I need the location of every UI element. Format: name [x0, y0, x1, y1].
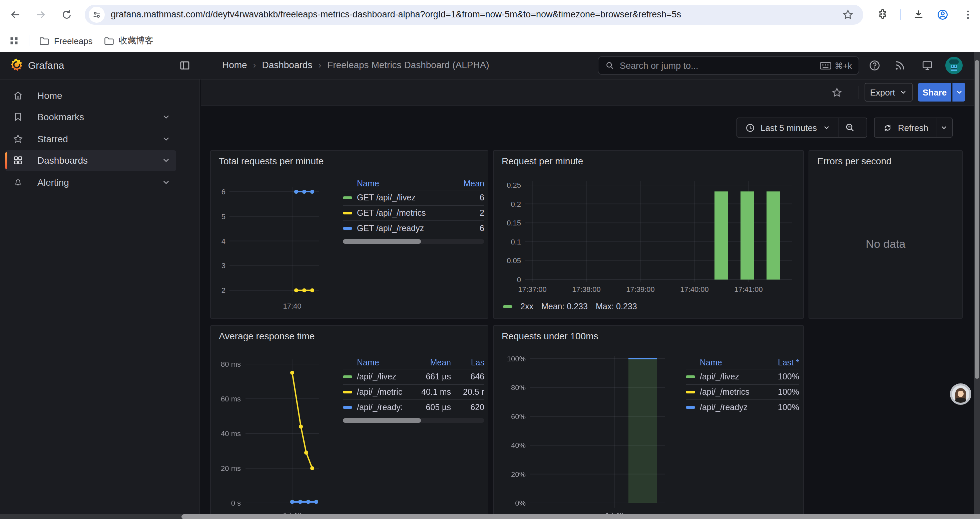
legend-series-name: /api/_/readyz	[700, 403, 757, 412]
legend-col-name: Name	[700, 358, 757, 367]
reload-icon[interactable]	[61, 9, 73, 21]
bookmark-folder[interactable]: Freeleaps	[35, 34, 97, 48]
sidebar-item-alerting[interactable]: Alerting	[5, 172, 176, 192]
legend-swatch	[686, 375, 695, 378]
refresh-button[interactable]: Refresh	[875, 118, 936, 137]
rss-icon[interactable]	[894, 59, 906, 72]
grafana-brand[interactable]: Grafana	[28, 59, 64, 71]
bookmark-folder[interactable]: 收藏博客	[100, 34, 158, 48]
svg-text:100%: 100%	[507, 355, 526, 363]
chevron-down-icon	[161, 156, 171, 165]
zoom-out-button[interactable]	[839, 118, 861, 137]
legend-inline[interactable]: 2xxMean: 0.233Max: 0.233	[503, 302, 637, 311]
legend-scrollbar-thumb[interactable]	[343, 418, 421, 423]
user-avatar[interactable]	[945, 57, 963, 74]
favorite-star-icon[interactable]	[831, 87, 843, 98]
grafana-logo-icon[interactable]	[10, 58, 23, 72]
chevron-down-icon	[899, 88, 907, 96]
profile-icon[interactable]	[937, 9, 949, 21]
share-dropdown-button[interactable]	[952, 83, 965, 102]
horizontal-scrollbar-thumb[interactable]	[181, 514, 980, 519]
legend-scrollbar-thumb[interactable]	[343, 239, 421, 244]
folder-icon	[39, 37, 49, 45]
browser-toolbar: grafana.mathmast.com/d/deytv4rwavabkb/fr…	[0, 0, 980, 29]
page-scrollbar-thumb[interactable]	[975, 60, 979, 379]
legend-series-name: GET /api/_/readyz	[357, 224, 447, 233]
panel-errors-per-second[interactable]: Errors per second No data	[808, 150, 963, 319]
monitor-icon[interactable]	[921, 59, 933, 72]
legend-scrollbar[interactable]	[343, 418, 484, 423]
legend-row[interactable]: /api/_/metrics40.1 ms20.5 r	[343, 384, 484, 399]
legend-series-name[interactable]: 2xx	[520, 302, 533, 311]
breadcrumb-item[interactable]: Home	[222, 59, 247, 70]
breadcrumb-item[interactable]: Dashboards	[262, 59, 312, 70]
chevron-down-icon	[161, 112, 171, 121]
svg-text:60 ms: 60 ms	[221, 395, 241, 403]
search-input[interactable]: Search or jump to... ⌘+k	[598, 56, 859, 75]
legend-value: 100%	[757, 387, 799, 397]
sidebar-item-label: Alerting	[37, 177, 161, 187]
legend-table: NameMeanLas/api/_/livez661 µs646/api/_/m…	[343, 357, 484, 423]
legend-row[interactable]: GET /api/_/livez6	[343, 190, 484, 205]
legend-row[interactable]: /api/_/readyz100%	[686, 399, 799, 415]
download-icon[interactable]	[913, 9, 924, 21]
back-icon[interactable]	[10, 9, 21, 21]
assistant-avatar[interactable]	[950, 383, 971, 405]
folder-icon	[104, 37, 114, 45]
forward-icon[interactable]	[35, 9, 47, 21]
sidebar-item-starred[interactable]: Starred	[5, 128, 176, 149]
refresh-interval-dropdown[interactable]	[937, 118, 951, 137]
clock-icon	[745, 123, 755, 133]
legend-swatch	[343, 375, 352, 378]
sidebar-item-home[interactable]: Home	[5, 85, 176, 105]
address-bar[interactable]: grafana.mathmast.com/d/deytv4rwavabkb/fr…	[85, 5, 863, 25]
menu-icon[interactable]	[962, 9, 974, 21]
apps-grid-icon[interactable]	[10, 36, 19, 45]
search-placeholder: Search or jump to...	[620, 61, 820, 70]
sidebar-toggle-icon[interactable]	[180, 60, 190, 71]
legend-scrollbar[interactable]	[343, 239, 484, 244]
refresh-icon	[883, 123, 892, 133]
legend-row[interactable]: /api/_/livez100%	[686, 369, 799, 384]
chevron-down-icon	[940, 124, 948, 132]
legend-col-mean: Mean	[447, 179, 484, 188]
time-range-picker[interactable]: Last 5 minutes	[737, 118, 838, 137]
panel-average-response-time[interactable]: Average response time 80 ms60 ms40 ms20 …	[210, 325, 488, 519]
svg-text:17:38:00: 17:38:00	[572, 285, 601, 294]
url-text[interactable]: grafana.mathmast.com/d/deytv4rwavabkb/fr…	[111, 5, 681, 25]
sidebar-item-label: Starred	[37, 133, 161, 144]
breadcrumb-item[interactable]: Freeleaps Metrics Dashboard (ALPHA)	[327, 59, 489, 70]
panel-total-requests[interactable]: Total requests per minute 6543217:40 Nam…	[210, 150, 488, 319]
breadcrumb-separator: ›	[312, 60, 327, 70]
svg-text:0.05: 0.05	[507, 257, 521, 265]
refresh-controls: Refresh	[874, 118, 953, 137]
bookmark-star-icon[interactable]	[842, 9, 854, 21]
legend-row[interactable]: /api/_/readyz605 µs620	[343, 399, 484, 415]
svg-text:20%: 20%	[511, 470, 526, 479]
legend-row[interactable]: GET /api/_/metrics2	[343, 205, 484, 220]
site-settings-icon[interactable]	[89, 7, 105, 23]
help-icon[interactable]	[869, 59, 881, 72]
legend-swatch	[343, 406, 352, 409]
legend-col-las: Las	[451, 358, 484, 367]
sidebar-item-bookmarks[interactable]: Bookmarks	[5, 107, 176, 127]
sidebar: HomeBookmarksStarredDashboardsAlerting	[0, 80, 200, 519]
search-shortcut: ⌘+k	[820, 61, 852, 70]
legend-swatch	[343, 196, 352, 200]
legend-row[interactable]: /api/_/livez661 µs646	[343, 369, 484, 384]
request-per-minute-chart[interactable]: 0.250.20.150.10.05017:37:0017:38:0017:39…	[494, 151, 804, 319]
legend-stat: Max: 0.233	[596, 302, 637, 311]
panel-requests-under-100ms[interactable]: Requests under 100ms 100%80%60%40%20%0%1…	[493, 325, 804, 519]
requests-under-100ms-chart[interactable]: 100%80%60%40%20%0%17:40	[494, 326, 804, 519]
legend-value: 6	[447, 224, 484, 233]
share-button[interactable]: Share	[918, 83, 951, 102]
export-button[interactable]: Export	[865, 83, 913, 102]
panel-title[interactable]: Errors per second	[817, 156, 892, 166]
legend-row[interactable]: GET /api/_/readyz6	[343, 220, 484, 236]
extensions-icon[interactable]	[877, 9, 889, 21]
sidebar-item-dashboards[interactable]: Dashboards	[5, 150, 176, 171]
legend-series-name: GET /api/_/metrics	[357, 208, 447, 218]
legend-row[interactable]: /api/_/metrics100%	[686, 384, 799, 399]
panel-request-per-minute[interactable]: Request per minute 0.250.20.150.10.05017…	[493, 150, 804, 319]
legend-swatch	[343, 212, 352, 215]
